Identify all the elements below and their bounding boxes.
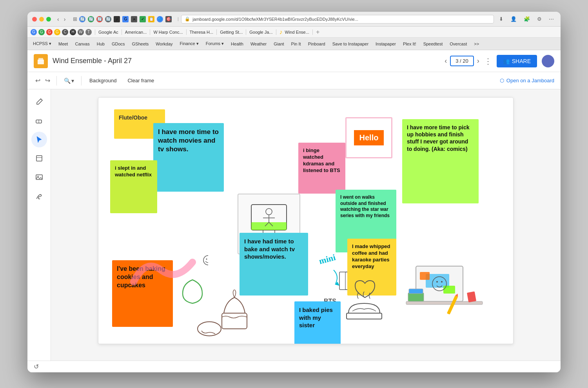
titlebar: ‹ › ⊞ 🔄 🔄 🔄 🔄 ♪ G ⚔ ✓ 📋 🔷 🎯 | 🔒 jamboard… [27,12,561,27]
image-tool-button[interactable] [31,169,47,185]
nav-save-instapaper[interactable]: Save to Instapaper [330,41,371,47]
app-title: Wind Ensemble - April 27 [53,57,440,65]
browser-forward-button[interactable]: › [62,15,67,23]
nav-workday[interactable]: Workday [153,41,175,47]
separator-2 [81,76,82,85]
bookmark-american[interactable]: American... [125,30,147,34]
bookmark-add[interactable]: + [316,29,319,36]
nav-health[interactable]: Health [229,41,246,47]
bm-icon-1: G [38,29,45,35]
settings-btn[interactable]: ⚙ [535,15,544,23]
profile-btn[interactable]: 👤 [508,15,519,23]
share-button[interactable]: 👥 SHARE [497,55,537,67]
sticky-netflix[interactable]: i slept in and watched netflix [110,160,157,213]
nav-overcast[interactable]: Overcast [447,41,469,47]
browser-back-button[interactable]: ‹ [56,15,61,23]
nav-hub[interactable]: Hub [94,41,107,47]
separator-1 [56,76,57,85]
minimize-button[interactable] [39,17,44,22]
extensions-btn[interactable]: 🧩 [522,15,532,23]
undo-redo-group: ↩ ↪ [34,75,52,86]
open-jamboard-button[interactable]: ⬡ Open on a Jamboard [500,78,554,83]
url-text: jamboard.google.com/d/1O9bcfwXMr3Y5ER4b1… [192,17,358,22]
sticky-movies[interactable]: I have more time to watch movies and tv … [153,123,224,192]
bookmark-getting[interactable]: Getting St... [220,30,243,34]
browser-menu-btn[interactable]: ⋯ [547,15,556,23]
zoom-button[interactable]: 🔍 ▾ [62,76,76,85]
undo-button[interactable]: ↩ [34,75,42,86]
sticky-kdramas[interactable]: i binge watched kdramas and listened to … [298,143,345,194]
nav-hcpss[interactable]: HCPSS ▾ [31,40,54,47]
clear-frame-button[interactable]: Clear frame [124,76,157,85]
bm-separator-1 [95,29,95,35]
nav-forums[interactable]: Forums ▾ [203,40,226,47]
svg-point-28 [198,322,221,336]
bm-separator-7 [276,29,276,35]
pen-tool-button[interactable] [31,94,47,110]
nav-pinit[interactable]: Pin It [289,41,303,47]
nav-instapaper[interactable]: Instapaper [373,41,398,47]
header-actions: ⋮ 👥 SHARE [484,55,554,67]
bookmark-harp[interactable]: W Harp Conc... [153,30,183,34]
nav-speedtest[interactable]: Speedtest [421,41,445,47]
tb-icon-1: 🔄 [79,16,85,22]
close-button[interactable] [32,17,37,22]
bm-separator-8 [312,29,313,35]
nav-finance[interactable]: Finance ▾ [178,40,201,47]
divider-1: | [175,16,181,22]
select-tool-button[interactable] [31,132,47,147]
svg-point-35 [436,281,438,283]
browser-view-button[interactable]: ⊞ [71,15,79,23]
download-btn[interactable]: ⬇ [497,15,505,23]
traffic-lights [32,17,51,22]
open-jamboard-icon: ⬡ [500,78,504,83]
nav-gdocs[interactable]: GDocs [109,41,127,47]
next-frame-button[interactable]: › [477,57,479,65]
nav-meet[interactable]: Meet [56,41,70,47]
sticky-bake[interactable]: I have had time to bake and watch tv sho… [240,233,308,296]
svg-marker-18 [335,282,339,286]
svg-rect-41 [408,293,424,301]
nav-canvas[interactable]: Canvas [73,41,92,47]
drawing-tool-button[interactable] [31,188,47,204]
hello-card[interactable]: Hello [345,117,392,158]
nav-giant[interactable]: Giant [271,41,286,47]
svg-point-22 [203,256,208,265]
tb-icon-5: ♪ [114,16,120,22]
bookmark-wind[interactable]: Wind Ense... [285,30,309,34]
fullscreen-button[interactable] [46,17,51,22]
svg-rect-11 [251,222,287,230]
more-options-button[interactable]: ⋮ [484,56,492,66]
canvas-area[interactable]: Flute/Oboe I have more time to watch mov… [51,89,561,361]
eraser-tool-button[interactable] [31,113,47,129]
sticky-hobbies[interactable]: I have more time to pick up hobbies and … [402,119,479,203]
nav-more[interactable]: >> [472,41,481,47]
svg-rect-42 [409,289,423,294]
svg-rect-6 [36,175,42,179]
bookmark-google-ja[interactable]: Google Ja... [249,30,272,34]
bm-icon-0: G [31,29,37,35]
address-bar[interactable]: 🔒 jamboard.google.com/d/1O9bcfwXMr3Y5ER4… [181,15,494,24]
frame-navigation: ‹ 3 / 20 › [445,56,479,66]
tb-icon-6: G [122,16,129,22]
nav-plexit[interactable]: Plex It! [401,41,419,47]
heart-drawing [353,279,377,300]
background-button[interactable]: Background [86,76,120,85]
prev-frame-button[interactable]: ‹ [445,57,447,65]
sticky-note-tool-button[interactable] [31,150,47,166]
tb-icon-8: ✓ [140,16,146,22]
svg-point-7 [37,176,38,177]
redo-button[interactable]: ↪ [44,75,52,86]
svg-rect-40 [467,292,476,303]
frame-indicator[interactable]: 3 / 20 [450,56,474,66]
bookmark-google-ac[interactable]: Google Ac [98,30,118,34]
bm-separator-5 [216,29,217,35]
nav-pinboard[interactable]: Pinboard [306,41,328,47]
bookmark-theresa[interactable]: Theresa H... [190,30,214,34]
tb-icon-9: 📋 [148,16,154,22]
tb-icon-2: 🔄 [88,16,94,22]
nav-weather[interactable]: Weather [248,41,269,47]
nav-gsheets[interactable]: GSheets [130,41,151,47]
bottom-refresh-icon[interactable]: ↺ [34,363,39,370]
sticky-pies[interactable]: I baked pies with my sister [294,301,341,344]
